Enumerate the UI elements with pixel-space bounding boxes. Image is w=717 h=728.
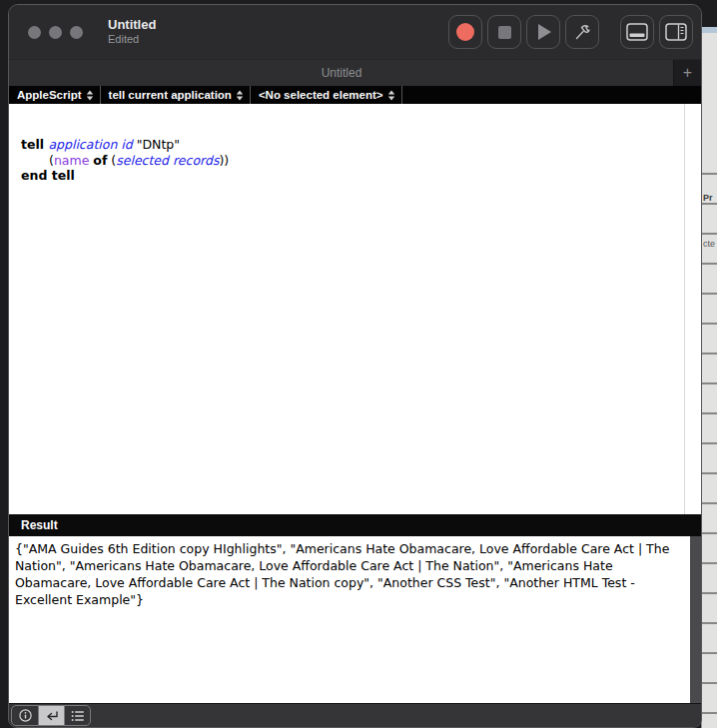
right-panel-icon (665, 23, 687, 41)
code-line-3: end tell (21, 168, 689, 184)
window-edited-status: Edited (108, 33, 156, 47)
script-editor-window: Untitled Edited (8, 4, 702, 728)
tab-untitled[interactable]: Untitled (9, 60, 674, 86)
show-event-log-segment-button[interactable] (64, 706, 90, 725)
compile-button[interactable] (565, 15, 599, 49)
background-window-rows (702, 147, 717, 728)
language-popup[interactable]: AppleScript (9, 86, 101, 104)
zoom-button[interactable] (70, 26, 83, 39)
show-accessory-view-button[interactable] (620, 15, 654, 49)
script-editor-pane[interactable]: tell application id "DNtp" (name of (sel… (9, 104, 701, 514)
element-popup[interactable]: <No selected element> (251, 86, 402, 104)
toolbar (448, 15, 693, 49)
result-header-bar: Result (9, 514, 701, 536)
close-button[interactable] (28, 26, 41, 39)
show-bundle-contents-button[interactable] (659, 15, 693, 49)
string-literal: "DNtp" (133, 137, 180, 152)
run-icon (538, 24, 551, 40)
code-line-2: (name of (selected records)) (21, 153, 689, 169)
popup-arrows-icon (236, 90, 244, 101)
result-scrollbar-area[interactable] (690, 536, 701, 703)
property-keyword: name (54, 153, 89, 168)
stop-icon (498, 26, 511, 39)
return-arrow-icon (45, 710, 59, 722)
popup-arrows-icon (86, 90, 94, 101)
show-result-segment-button[interactable] (38, 706, 64, 725)
script-code: tell application id "DNtp" (name of (sel… (9, 104, 701, 184)
target-popup[interactable]: tell current application (101, 86, 251, 104)
stop-button[interactable] (487, 15, 521, 49)
tab-bar: Untitled + (9, 59, 701, 86)
paren: )) (219, 153, 229, 168)
language-popup-label: AppleScript (17, 89, 82, 101)
result-pane[interactable]: {"AMA Guides 6th Edition copy HIghlights… (9, 536, 701, 703)
popup-arrows-icon (387, 90, 395, 101)
background-window-toolbar (702, 27, 717, 33)
keyword-tell: tell (21, 137, 48, 152)
keyword-end-tell: end tell (21, 168, 75, 183)
record-icon (456, 23, 474, 41)
background-window-sliver: Pr cte (701, 27, 717, 728)
result-label: Result (21, 518, 58, 532)
minimize-button[interactable] (49, 26, 62, 39)
bottom-panel-icon (626, 23, 648, 41)
window-title-block: Untitled Edited (108, 17, 156, 47)
target-popup-label: tell current application (109, 89, 232, 101)
accessory-view-segmented-control (11, 705, 91, 726)
window-title: Untitled (108, 17, 156, 33)
traffic-lights (28, 26, 83, 39)
app-keyword: selected records (116, 153, 219, 168)
info-icon (19, 709, 32, 722)
code-line-1: tell application id "DNtp" (21, 137, 689, 153)
record-button[interactable] (448, 15, 482, 49)
bottom-bar (9, 703, 701, 727)
new-tab-button[interactable]: + (673, 60, 701, 86)
element-popup-label: <No selected element> (259, 89, 383, 101)
info-segment-button[interactable] (12, 706, 38, 725)
app-keyword: application id (48, 137, 132, 152)
run-button[interactable] (526, 15, 560, 49)
scrollbar-track-divider (684, 104, 685, 514)
paren: ( (107, 153, 116, 168)
title-bar: Untitled Edited (9, 5, 701, 59)
keyword-of: of (93, 153, 107, 168)
hammer-icon (572, 22, 592, 42)
navigation-bar: AppleScript tell current application <No… (9, 86, 701, 104)
result-value: {"AMA Guides 6th Edition copy HIghlights… (15, 540, 686, 608)
event-log-list-icon (71, 710, 85, 722)
